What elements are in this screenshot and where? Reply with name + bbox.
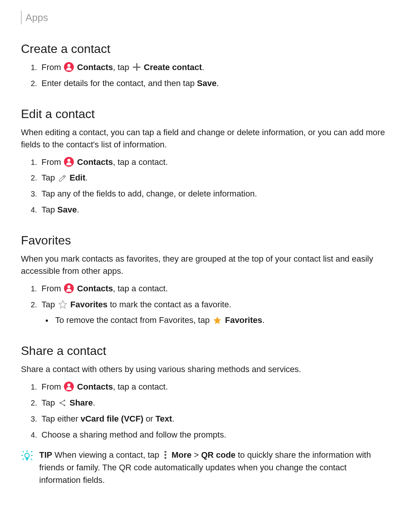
edit-steps: From Contacts, tap a contact. Tap Edit. … — [21, 156, 390, 216]
list-item: From Contacts, tap a contact. — [39, 283, 390, 295]
star-filled-icon — [213, 316, 222, 325]
list-item: Tap Save. — [39, 204, 390, 216]
list-item: Tap any of the fields to add, change, or… — [39, 188, 390, 200]
list-item: Tap either vCard file (VCF) or Text. — [39, 413, 390, 425]
plus-icon — [133, 63, 140, 71]
tip-text: TIP When viewing a contact, tap More > Q… — [39, 449, 390, 486]
heading-edit-contact: Edit a contact — [21, 105, 390, 123]
heading-share-contact: Share a contact — [21, 342, 390, 359]
lightbulb-tip-icon — [21, 449, 36, 465]
breadcrumb-apps: Apps — [21, 11, 390, 24]
favorites-substeps: To remove the contact from Favorites, ta… — [41, 314, 390, 326]
list-item: From Contacts, tap a contact. — [39, 156, 390, 168]
create-steps: From Contacts, tap Create contact. Enter… — [21, 61, 390, 89]
share-steps: From Contacts, tap a contact. Tap Share.… — [21, 381, 390, 441]
list-item: Enter details for the contact, and then … — [39, 77, 390, 89]
svg-point-3 — [25, 453, 29, 458]
edit-desc: When editing a contact, you can tap a fi… — [21, 126, 390, 151]
favorites-steps: From Contacts, tap a contact. Tap Favori… — [21, 283, 390, 327]
heading-favorites: Favorites — [21, 232, 390, 249]
contacts-icon — [64, 283, 74, 293]
favorites-desc: When you mark contacts as favorites, the… — [21, 253, 390, 277]
heading-create-contact: Create a contact — [21, 40, 390, 58]
star-outline-icon — [58, 300, 67, 309]
pencil-edit-icon — [58, 174, 67, 182]
list-item: Tap Favorites to mark the contact as a f… — [39, 299, 390, 327]
share-desc: Share a contact with others by using var… — [21, 363, 390, 375]
tip-box: TIP When viewing a contact, tap More > Q… — [21, 449, 390, 486]
contacts-icon — [64, 157, 74, 167]
list-item: Tap Share. — [39, 397, 390, 409]
share-icon — [58, 398, 67, 407]
contacts-icon — [64, 62, 74, 72]
list-item: Tap Edit. — [39, 172, 390, 184]
list-item: Choose a sharing method and follow the p… — [39, 429, 390, 441]
more-vertical-icon — [163, 451, 168, 459]
list-item: To remove the contact from Favorites, ta… — [53, 314, 390, 326]
contacts-icon — [64, 382, 74, 391]
list-item: From Contacts, tap a contact. — [39, 381, 390, 393]
list-item: From Contacts, tap Create contact. — [39, 61, 390, 73]
